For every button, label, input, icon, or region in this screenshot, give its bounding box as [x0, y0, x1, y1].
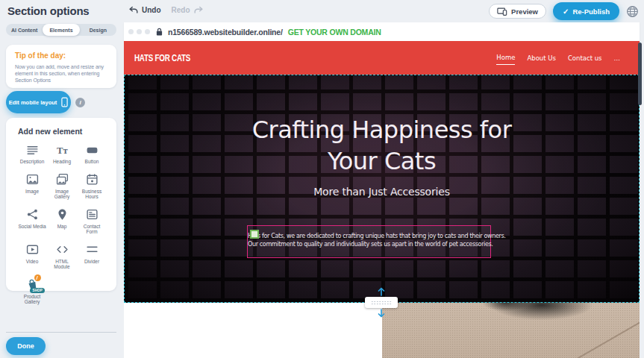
element-html-module[interactable]: HTML Module	[48, 243, 76, 270]
browser-bar: n1566589.websitebuilder.online/ GET YOUR…	[124, 22, 640, 41]
element-image-gallery[interactable]: Image Gallery	[48, 173, 76, 200]
resize-arrow-down-icon	[377, 309, 386, 318]
info-icon[interactable]: i	[75, 98, 85, 107]
undo-button[interactable]: Undo	[128, 6, 161, 14]
preview-label: Preview	[511, 7, 538, 16]
element-divider[interactable]: Divider	[78, 243, 106, 270]
cat-photo[interactable]	[382, 303, 640, 358]
contact-form-icon	[85, 208, 99, 222]
window-dots	[128, 29, 150, 34]
selected-text-element[interactable]: Hats for Cats, we are dedicated to craft…	[247, 225, 491, 258]
phone-icon	[61, 97, 68, 107]
svg-text:Tт: Tт	[57, 145, 69, 156]
add-element-panel: Add new element Description Tт Heading B…	[6, 118, 116, 291]
add-element-title: Add new element	[18, 127, 116, 136]
hero-heading-text[interactable]: Crafting Happiness for Your Cats	[229, 114, 535, 177]
site-logo[interactable]: HATS FOR CATS	[134, 53, 190, 63]
app-window: Section options Undo Redo Preview ✓ Re-P…	[0, 0, 644, 358]
undo-label: Undo	[142, 6, 161, 14]
element-grid: Description Tт Heading Button Image	[18, 143, 116, 305]
preview-scrollbar[interactable]	[638, 43, 642, 105]
image-icon	[25, 173, 39, 186]
shop-tag: SHOP	[30, 288, 45, 293]
redo-label: Redo	[172, 6, 190, 14]
nav-home[interactable]: Home	[496, 51, 515, 65]
sidebar-tabs: AI Content Elements Design	[6, 24, 116, 36]
element-contact-form[interactable]: Contact Form	[78, 208, 106, 235]
next-section-background[interactable]	[124, 303, 382, 358]
done-button[interactable]: Done	[6, 337, 46, 355]
nav-contact-us[interactable]: Contact us	[568, 51, 602, 65]
sidebar-divider	[6, 332, 116, 333]
window-dot	[137, 29, 142, 34]
element-image[interactable]: Image	[18, 173, 46, 200]
social-media-icon	[25, 208, 39, 222]
site-url: n1566589.websitebuilder.online/	[168, 28, 283, 37]
business-hours-icon	[85, 173, 99, 186]
divider-icon	[85, 243, 99, 257]
hero-section[interactable]: Crafting Happiness for Your Cats More th…	[124, 75, 640, 303]
tab-elements[interactable]: Elements	[43, 24, 79, 36]
button-icon	[85, 143, 99, 157]
carpet-seam	[559, 319, 640, 358]
hero-heading: Crafting Happiness for Your Cats	[125, 114, 639, 177]
hero-subheading[interactable]: More than Just Accessories	[125, 186, 639, 198]
tip-body: Now you can add, move and resize any ele…	[15, 63, 107, 84]
html-module-icon	[55, 243, 69, 257]
edit-mobile-layout-label: Edit mobile layout	[9, 99, 57, 106]
get-domain-link[interactable]: GET YOUR OWN DOMAIN	[288, 28, 381, 37]
notification-badge	[34, 274, 41, 281]
republish-button[interactable]: ✓ Re-Publish	[553, 2, 619, 20]
element-video[interactable]: Video	[18, 243, 46, 270]
redo-icon	[193, 6, 204, 14]
element-social-media[interactable]: Social Media	[18, 208, 46, 235]
section-resize-handle[interactable]	[365, 297, 398, 308]
site-header[interactable]: HATS FOR CATS Home About Us Contact us …	[124, 41, 640, 75]
page-title: Section options	[7, 4, 90, 17]
element-business-hours[interactable]: Business Hours	[78, 173, 106, 200]
undo-icon	[128, 6, 139, 14]
paragraph-line: Our commitment to quality and individual…	[248, 240, 490, 248]
redo-button[interactable]: Redo	[172, 6, 204, 14]
site-nav: Home About Us Contact us …	[496, 51, 620, 65]
map-pin-icon	[55, 208, 69, 222]
description-icon	[25, 143, 39, 157]
product-gallery-icon: SHOP	[25, 278, 39, 292]
window-dot	[128, 29, 134, 34]
nav-more-menu[interactable]: …	[614, 51, 621, 65]
element-heading[interactable]: Tт Heading	[48, 143, 76, 165]
element-drag-handle[interactable]	[250, 230, 259, 239]
element-map[interactable]: Map	[48, 208, 76, 235]
element-description[interactable]: Description	[18, 143, 46, 165]
tip-of-the-day-card: Tip of the day: Now you can add, move an…	[6, 45, 116, 88]
heading-icon: Tт	[55, 143, 69, 157]
language-globe-icon[interactable]	[626, 5, 639, 18]
lock-icon	[156, 28, 163, 36]
edit-mobile-layout-button[interactable]: Edit mobile layout	[6, 91, 71, 113]
window-dot	[145, 29, 150, 34]
video-icon	[25, 243, 39, 257]
paragraph-line: Hats for Cats, we are dedicated to craft…	[248, 232, 490, 240]
topbar-actions: Preview ✓ Re-Publish	[489, 2, 639, 20]
undo-redo-group: Undo Redo	[128, 6, 204, 14]
devices-icon	[497, 7, 507, 16]
preview-button[interactable]: Preview	[489, 4, 546, 19]
element-product-gallery[interactable]: SHOP Product Gallery	[18, 278, 46, 305]
grip-dots	[371, 301, 392, 305]
image-gallery-icon	[55, 173, 69, 186]
tab-ai-content[interactable]: AI Content	[6, 24, 43, 36]
check-icon: ✓	[563, 7, 569, 16]
resize-arrow-up-icon	[377, 287, 386, 296]
tab-design[interactable]: Design	[80, 24, 116, 36]
element-button[interactable]: Button	[78, 143, 106, 165]
nav-about-us[interactable]: About Us	[527, 51, 555, 65]
tip-title: Tip of the day:	[15, 51, 107, 60]
republish-label: Re-Publish	[572, 7, 610, 16]
